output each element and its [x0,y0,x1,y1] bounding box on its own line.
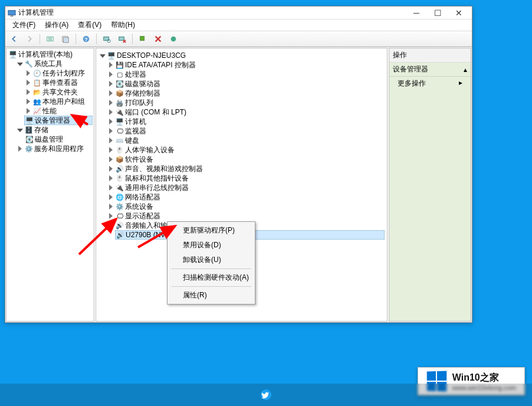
svg-rect-10 [140,36,145,40]
close-button[interactable]: ✕ [448,6,469,19]
tree-task-scheduler[interactable]: 🕘任务计划程序 [24,68,93,78]
device-category[interactable]: 🖵 显示适配器 [107,211,385,221]
device-category[interactable]: 🌐 网络适配器 [107,192,385,202]
forward-button[interactable] [23,32,36,45]
ctx-uninstall-device[interactable]: 卸载设备(U) [169,253,254,267]
svg-text:?: ? [84,36,87,42]
device-root[interactable]: 🖥️ DESKTOP-NJEU3CG [98,51,385,60]
users-icon: 👥 [33,97,41,106]
speaker-icon: 🔊 [116,221,124,230]
collapse-icon[interactable]: ▴ [464,66,467,74]
expand-toggle[interactable] [108,128,114,135]
tree-device-manager[interactable]: 🖥️设备管理器 [24,116,93,125]
menu-view[interactable]: 查看(V) [73,19,106,31]
tree-performance[interactable]: 📈性能 [24,106,93,116]
device-icon: ⌨️ [116,136,124,145]
expand-toggle[interactable] [25,89,32,96]
tree-event-viewer[interactable]: 📋事件查看器 [24,78,93,87]
expand-toggle[interactable] [17,146,24,152]
device-manager-pane[interactable]: 🖥️ DESKTOP-NJEU3CG 💾 IDE ATA/ATAPI 控制器 ▢… [96,48,387,322]
expand-toggle[interactable] [100,53,106,59]
device-icon: 🔌 [116,108,124,116]
expand-toggle[interactable] [108,147,114,153]
expand-toggle[interactable] [25,80,32,86]
ctx-separator [171,286,251,287]
tree-local-users[interactable]: 👥本地用户和组 [24,97,93,106]
scan-hardware-button[interactable] [100,32,113,45]
minimize-button[interactable]: ─ [406,6,427,19]
tree-disk-management[interactable]: 💽磁盘管理 [24,135,93,144]
expand-toggle[interactable] [108,166,114,172]
actions-section-title[interactable]: 设备管理器 ▴ [389,63,471,77]
tree-label: 声音、视频和游戏控制器 [125,164,203,174]
device-category[interactable]: ⌨️ 键盘 [107,136,385,145]
console-tree-pane[interactable]: 🖥️ 计算机管理(本地) 🔧 系统工具 [6,48,94,322]
ctx-properties[interactable]: 属性(R) [169,288,254,303]
taskbar-app[interactable] [254,386,278,404]
device-category[interactable]: 🔊 声音、视频和游戏控制器 [107,164,385,173]
ctx-scan-hardware[interactable]: 扫描检测硬件改动(A) [169,270,254,285]
expand-toggle[interactable] [108,109,114,116]
tree-storage[interactable]: 🗄️ 存储 [16,125,93,135]
expand-toggle[interactable] [108,194,114,201]
device-category[interactable]: 📦 存储控制器 [107,89,385,98]
expand-toggle[interactable] [108,119,114,125]
expand-toggle[interactable] [108,62,114,68]
expand-toggle[interactable] [108,213,114,220]
tree-shared-folders[interactable]: 📂共享文件夹 [24,87,93,97]
device-category[interactable]: ▢ 处理器 [107,70,385,79]
actions-more[interactable]: 更多操作 ▸ [389,77,471,90]
expand-toggle[interactable] [108,185,114,191]
device-category[interactable]: 💾 IDE ATA/ATAPI 控制器 [107,60,385,70]
expand-toggle[interactable] [17,127,24,133]
device-category[interactable]: 🖵 监视器 [107,126,385,136]
update-driver-button[interactable] [136,32,149,45]
expand-toggle[interactable] [17,61,24,67]
titlebar[interactable]: 计算机管理 ─ ☐ ✕ [5,6,472,19]
ctx-update-driver[interactable]: 更新驱动程序(P) [169,223,254,238]
menu-file[interactable]: 文件(F) [8,19,40,31]
window-title: 计算机管理 [18,8,406,18]
device-category[interactable]: 🖨️ 打印队列 [107,98,385,107]
device-category[interactable]: 🖱️ 鼠标和其他指针设备 [107,173,385,183]
device-category[interactable]: 🖥️ 计算机 [107,117,385,126]
tree-label: 监视器 [125,126,146,136]
taskbar[interactable] [0,384,532,406]
expand-toggle[interactable] [108,222,114,229]
ctx-disable-device[interactable]: 禁用设备(D) [169,238,254,253]
tree-computer-management[interactable]: 🖥️ 计算机管理(本地) [8,50,93,59]
tree-label: 鼠标和其他指针设备 [125,173,189,184]
device-icon: 🔊 [116,165,124,173]
expand-toggle[interactable] [108,204,114,210]
expand-toggle[interactable] [108,81,114,87]
menu-help[interactable]: 帮助(H) [106,19,140,31]
device-category[interactable]: 💽 磁盘驱动器 [107,79,385,89]
enable-button[interactable] [167,32,180,45]
maximize-button[interactable]: ☐ [427,6,448,19]
device-category[interactable]: 📦 软件设备 [107,155,385,164]
device-category[interactable]: 🖱️ 人体学输入设备 [107,145,385,155]
menu-action[interactable]: 操作(A) [40,19,73,31]
tree-label: 端口 (COM 和 LPT) [125,107,186,117]
device-category[interactable]: 🔌 端口 (COM 和 LPT) [107,107,385,117]
back-button[interactable] [8,32,21,45]
expand-toggle[interactable] [108,137,114,144]
expand-toggle[interactable] [108,156,114,163]
uninstall-button[interactable] [116,32,129,45]
tree-services-apps[interactable]: ⚙️ 服务和应用程序 [16,144,93,153]
tree-label: 服务和应用程序 [34,144,84,154]
disable-button[interactable] [152,32,165,45]
expand-toggle[interactable] [108,175,114,182]
up-button[interactable] [44,32,57,45]
device-category[interactable]: ⚙️ 系统设备 [107,202,385,211]
expand-toggle[interactable] [25,108,32,114]
expand-toggle[interactable] [108,100,114,106]
expand-toggle[interactable] [25,70,32,77]
tree-system-tools[interactable]: 🔧 系统工具 [16,59,93,68]
device-category[interactable]: 🔌 通用串行总线控制器 [107,183,385,192]
expand-toggle[interactable] [25,99,32,105]
help-button[interactable]: ? [80,32,93,45]
expand-toggle[interactable] [108,71,114,78]
properties-button[interactable] [59,32,72,45]
expand-toggle[interactable] [108,90,114,97]
